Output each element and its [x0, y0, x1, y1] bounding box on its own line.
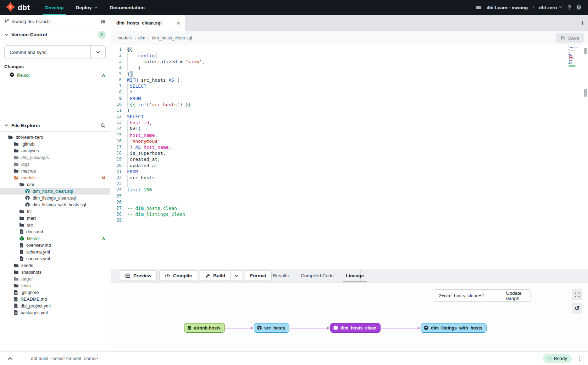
line-number: 11 — [111, 108, 127, 114]
tree-item[interactable]: dbt-learn-zero — [0, 134, 110, 141]
lineage-node[interactable]: dim_listings_with_hosts — [421, 323, 487, 333]
code-editor[interactable]: 1{{2 config(3 materialized = 'view',4 )5… — [111, 45, 588, 269]
version-control-header[interactable]: Version Control 1 — [0, 28, 110, 41]
new-tab-button[interactable]: + — [577, 15, 588, 31]
line-number: 23 — [111, 181, 127, 187]
minimap[interactable] — [568, 46, 582, 68]
gear-icon[interactable]: ⚙ — [576, 5, 582, 11]
project-folder-icon — [476, 5, 482, 10]
tree-item[interactable]: modelsM — [0, 174, 110, 181]
line-number: 16 — [111, 138, 127, 144]
tree-item[interactable]: target — [0, 276, 110, 282]
tree-item[interactable]: src — [0, 222, 110, 228]
branch-name: mwong-dev-branch — [12, 19, 50, 24]
tree-item[interactable]: logs — [0, 161, 110, 168]
close-icon[interactable]: ✕ — [176, 21, 181, 26]
breadcrumb-item[interactable]: models — [117, 36, 132, 40]
docs-panel-icon[interactable] — [100, 19, 106, 24]
tree-item[interactable]: mart — [0, 215, 110, 222]
kebab-menu-icon[interactable]: ⋮ — [572, 355, 588, 362]
panel-tab-results[interactable]: Results — [272, 269, 289, 282]
tree-item[interactable]: sources.yml — [0, 255, 110, 262]
folder-open-icon — [19, 182, 24, 187]
tree-item[interactable]: .github — [0, 141, 110, 147]
panel-tab-lineage[interactable]: Lineage — [345, 269, 365, 282]
status-badge: Ready — [543, 354, 572, 363]
code-line: 18 is_superhost, — [111, 150, 567, 156]
tree-item[interactable]: dim_listings_clean.sql — [0, 195, 110, 201]
folder-icon — [13, 168, 19, 174]
line-number: 12 — [111, 114, 127, 120]
line-number: 25 — [111, 193, 127, 199]
nav-item-deploy[interactable]: Deploy — [70, 0, 104, 15]
tree-item[interactable]: dbt_project.yml — [0, 303, 110, 309]
changed-file-item[interactable]: file.sqlA — [0, 71, 110, 79]
editor-tab[interactable]: dim_hosts_clean.sql ✕ — [111, 15, 185, 31]
model-file-icon — [19, 236, 24, 241]
tree-item[interactable]: dbt_packages — [0, 154, 110, 161]
model-cube-icon — [257, 325, 262, 331]
code-line-content: ) — [127, 108, 567, 114]
help-icon[interactable]: ? — [567, 5, 571, 11]
lineage-node[interactable]: airbnb.hosts — [184, 323, 225, 333]
build-button[interactable]: Build — [200, 270, 231, 281]
tree-item[interactable]: dim — [0, 181, 110, 188]
panel-tab-compiled-code[interactable]: Compiled Code — [300, 269, 334, 282]
lineage-node[interactable]: dim_hosts_clean — [330, 323, 381, 333]
nav-item-develop[interactable]: Develop — [39, 0, 70, 15]
tree-item[interactable]: docs.md — [0, 228, 110, 235]
tree-item[interactable]: overview.md — [0, 242, 110, 249]
code-line-content: FROM — [127, 96, 567, 102]
file-explorer-header[interactable]: File Explorer — [0, 119, 110, 132]
tree-item[interactable]: seeds — [0, 262, 110, 269]
tree-item[interactable]: README.md — [0, 296, 110, 303]
tree-item-label: logs — [21, 162, 29, 167]
build-options-caret[interactable] — [231, 270, 242, 281]
lineage-node[interactable]: src_hosts — [254, 323, 289, 333]
search-icon[interactable] — [100, 123, 106, 128]
chevron-down-icon — [4, 123, 9, 127]
tree-item[interactable]: packages.yml — [0, 309, 110, 316]
folder-icon — [19, 222, 24, 228]
tree-item[interactable]: .gitignore — [0, 289, 110, 296]
preview-button[interactable]: Preview — [120, 270, 157, 281]
tree-item[interactable]: fct — [0, 208, 110, 215]
tree-item[interactable]: tests — [0, 282, 110, 289]
project-switcher[interactable]: dbt zero — [539, 5, 563, 10]
code-line-content: {{ — [127, 47, 567, 53]
tree-item[interactable]: dim_listings_with_hosts.sql — [0, 201, 110, 208]
commit-and-sync-button[interactable]: Commit and sync — [5, 46, 90, 59]
nav-item-documentation[interactable]: Documentation — [104, 0, 151, 15]
save-button[interactable]: Save — [556, 33, 584, 43]
commit-options-caret[interactable] — [90, 46, 105, 59]
breadcrumb-item[interactable]: dim — [138, 36, 145, 40]
tree-item[interactable]: snapshots — [0, 269, 110, 276]
tree-item[interactable]: analyses — [0, 147, 110, 154]
tree-item[interactable]: file.sqlA — [0, 235, 110, 242]
chevron-up-icon[interactable] — [0, 356, 20, 361]
code-line-content: FROM — [127, 169, 567, 175]
editor-scrollbar[interactable] — [583, 45, 588, 269]
line-number: 10 — [111, 102, 127, 108]
code-line-content: materialized = 'view', — [127, 59, 567, 65]
lineage-graph[interactable]: airbnb.hostssrc_hostsdim_hosts_cleandim_… — [111, 283, 588, 352]
dbt-logo[interactable]: dbt — [0, 0, 39, 15]
code-line: 12SELECT — [111, 114, 567, 120]
tree-item[interactable]: dim_hosts_clean.sql — [0, 188, 110, 195]
tree-item-label: file.sql — [27, 236, 39, 241]
git-branch-icon — [4, 18, 9, 25]
folder-icon — [13, 269, 19, 275]
tree-item[interactable]: schema.yml — [0, 249, 110, 255]
tree-item[interactable]: macros — [0, 168, 110, 174]
command-input[interactable]: dbt build --select <model_name> — [20, 356, 98, 361]
breadcrumb: models›dim›dim_hosts_clean.sql — [117, 36, 192, 41]
breadcrumb-item[interactable]: dim_hosts_clean.sql — [152, 36, 192, 40]
save-label: Save — [568, 36, 579, 41]
tree-item-label: snapshots — [21, 270, 41, 275]
code-line-content: SELECT — [127, 83, 567, 89]
compile-button[interactable]: Compile — [159, 270, 197, 281]
scrollbar-thumb[interactable] — [584, 48, 587, 54]
format-button[interactable]: Format — [245, 270, 272, 281]
account-name[interactable]: dbt Learn - mwong — [487, 5, 528, 10]
command-bar: dbt build --select <model_name> Ready ⋮ — [0, 352, 588, 365]
